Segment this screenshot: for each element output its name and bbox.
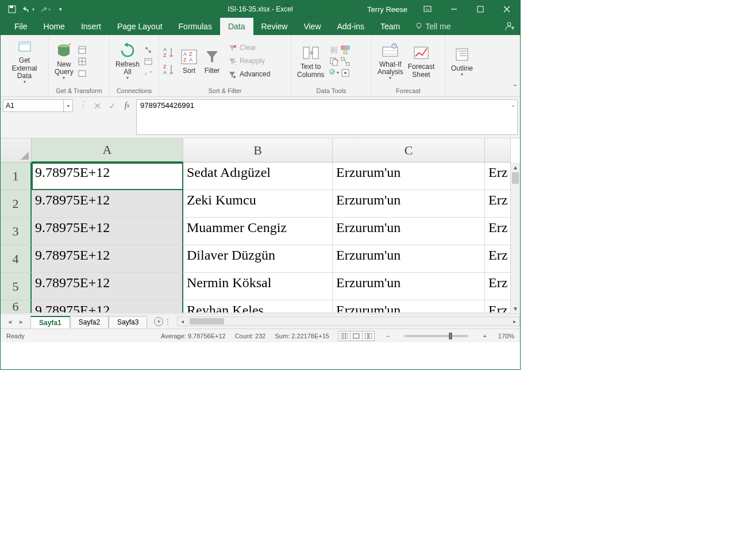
- sheet-tab-sayfa2[interactable]: Sayfa2: [70, 316, 109, 328]
- advanced-filter-button[interactable]: Advanced: [226, 69, 271, 80]
- name-box[interactable]: [3, 99, 64, 112]
- name-box-dropdown[interactable]: ▾: [64, 99, 73, 112]
- cell-C5[interactable]: Erzurum'un: [333, 273, 485, 300]
- maximize-button[interactable]: [467, 1, 494, 18]
- filter-button[interactable]: Filter: [201, 47, 224, 76]
- zoom-level[interactable]: 170%: [498, 333, 514, 339]
- scroll-left-icon[interactable]: ◂: [178, 318, 187, 325]
- cell-B1[interactable]: Sedat Adıgüzel: [183, 163, 333, 190]
- undo-icon[interactable]: ▾: [21, 2, 35, 16]
- tab-review[interactable]: Review: [253, 18, 296, 35]
- tab-formulas[interactable]: Formulas: [171, 18, 220, 35]
- relationships-icon[interactable]: [340, 56, 351, 67]
- remove-duplicates-icon[interactable]: [329, 56, 339, 67]
- cell-B2[interactable]: Zeki Kumcu: [183, 190, 333, 218]
- collapse-ribbon-icon[interactable]: ˆ: [514, 84, 517, 94]
- sheet-prev-icon[interactable]: ◂: [4, 318, 16, 326]
- recent-sources-icon[interactable]: [77, 68, 87, 78]
- row-header[interactable]: 6: [1, 300, 32, 313]
- close-button[interactable]: [494, 1, 520, 18]
- flash-fill-icon[interactable]: [329, 45, 339, 55]
- cell-C4[interactable]: Erzurum'un: [333, 245, 485, 273]
- zoom-in-button[interactable]: +: [480, 333, 488, 339]
- cancel-formula-button[interactable]: ✕: [91, 99, 103, 112]
- minimize-button[interactable]: [441, 1, 467, 18]
- row-header[interactable]: 3: [1, 218, 32, 245]
- select-all-corner[interactable]: [1, 138, 32, 163]
- cell-B4[interactable]: Dilaver Düzgün: [183, 245, 333, 273]
- user-name[interactable]: Terry Reese: [360, 5, 414, 14]
- cell-A1[interactable]: 9.78975E+12: [32, 163, 183, 190]
- qat-customize-icon[interactable]: ▾: [53, 2, 67, 16]
- zoom-out-button[interactable]: −: [384, 333, 392, 339]
- manage-data-model-icon[interactable]: [340, 68, 351, 78]
- tab-addins[interactable]: Add-ins: [329, 18, 372, 35]
- row-header[interactable]: 5: [1, 273, 32, 300]
- save-icon[interactable]: [5, 2, 19, 16]
- sort-za-icon[interactable]: ZA: [163, 62, 175, 78]
- sort-az-icon[interactable]: AZ: [163, 45, 175, 61]
- cell-D6[interactable]: Erz: [485, 300, 511, 313]
- horizontal-scrollbar[interactable]: ◂ ▸: [177, 316, 520, 326]
- cell-C2[interactable]: Erzurum'un: [333, 190, 485, 218]
- tell-me-search[interactable]: Tell me: [408, 18, 457, 35]
- insert-function-button[interactable]: fx: [121, 99, 133, 112]
- tab-view[interactable]: View: [295, 18, 329, 35]
- new-query-button[interactable]: New Query ▾: [52, 40, 76, 82]
- redo-icon[interactable]: ▾: [37, 2, 51, 16]
- scroll-up-icon[interactable]: ▲: [511, 163, 520, 172]
- tab-scroll-split[interactable]: ⋮: [165, 318, 170, 326]
- scroll-right-icon[interactable]: ▸: [510, 318, 519, 325]
- col-header-A[interactable]: A: [32, 138, 183, 163]
- col-header-C[interactable]: C: [333, 138, 485, 163]
- sheet-tab-sayfa3[interactable]: Sayfa3: [109, 316, 147, 328]
- consolidate-icon[interactable]: [340, 45, 351, 55]
- cell-D2[interactable]: Erz: [485, 190, 511, 218]
- cell-D4[interactable]: Erz: [485, 245, 511, 273]
- outline-button[interactable]: Outline ▾: [449, 44, 475, 79]
- share-icon[interactable]: [504, 21, 514, 33]
- cell-C3[interactable]: Erzurum'un: [333, 218, 485, 245]
- cell-A2[interactable]: 9.78975E+12: [32, 190, 183, 218]
- formula-bar[interactable]: [136, 99, 518, 135]
- scroll-thumb[interactable]: [512, 172, 519, 184]
- properties-icon[interactable]: [143, 56, 153, 67]
- formula-split-icon[interactable]: ⋮: [79, 99, 88, 110]
- cell-D1[interactable]: Erz: [485, 163, 511, 190]
- row-header[interactable]: 4: [1, 245, 32, 273]
- text-to-columns-button[interactable]: Text to Columns: [295, 43, 326, 79]
- new-sheet-button[interactable]: +: [152, 316, 165, 327]
- clear-filter-button[interactable]: Clear: [226, 43, 271, 54]
- what-if-analysis-button[interactable]: ? What-If Analysis ▾: [375, 40, 406, 82]
- tab-file[interactable]: File: [6, 18, 36, 35]
- cell-A5[interactable]: 9.78975E+12: [32, 273, 183, 300]
- show-queries-icon[interactable]: [77, 45, 87, 55]
- cell-B5[interactable]: Nermin Köksal: [183, 273, 333, 300]
- cell-D3[interactable]: Erz: [485, 218, 511, 245]
- cell-C1[interactable]: Erzurum'un: [333, 163, 485, 190]
- vertical-scrollbar[interactable]: ▲ ▼: [510, 163, 520, 314]
- sheet-tab-sayfa1[interactable]: Sayfa1: [30, 316, 70, 329]
- cell-A4[interactable]: 9.78975E+12: [32, 245, 183, 273]
- sort-button[interactable]: AZZA Sort: [178, 47, 201, 76]
- tab-page-layout[interactable]: Page Layout: [109, 18, 171, 35]
- col-header-B[interactable]: B: [183, 138, 333, 163]
- expand-formula-bar-icon[interactable]: ⌄: [511, 102, 515, 108]
- enter-formula-button[interactable]: ✓: [106, 99, 118, 112]
- view-normal-icon[interactable]: [338, 331, 351, 341]
- cell-D5[interactable]: Erz: [485, 273, 511, 300]
- tab-insert[interactable]: Insert: [73, 18, 109, 35]
- connections-icon[interactable]: [143, 45, 153, 55]
- reapply-button[interactable]: Reapply: [226, 56, 271, 67]
- cell-A3[interactable]: 9.78975E+12: [32, 218, 183, 245]
- data-validation-icon[interactable]: ▾: [329, 68, 339, 78]
- zoom-slider[interactable]: [405, 335, 468, 337]
- cell-B3[interactable]: Muammer Cengiz: [183, 218, 333, 245]
- tab-home[interactable]: Home: [36, 18, 73, 35]
- tab-data[interactable]: Data: [220, 18, 253, 35]
- view-page-layout-icon[interactable]: [350, 331, 363, 341]
- worksheet-grid[interactable]: A B C 19.78975E+12Sedat AdıgüzelErzurum'…: [1, 138, 520, 314]
- ribbon-display-options-icon[interactable]: [414, 1, 441, 18]
- row-header[interactable]: 2: [1, 190, 32, 218]
- refresh-all-button[interactable]: Refresh All ▾: [113, 40, 142, 82]
